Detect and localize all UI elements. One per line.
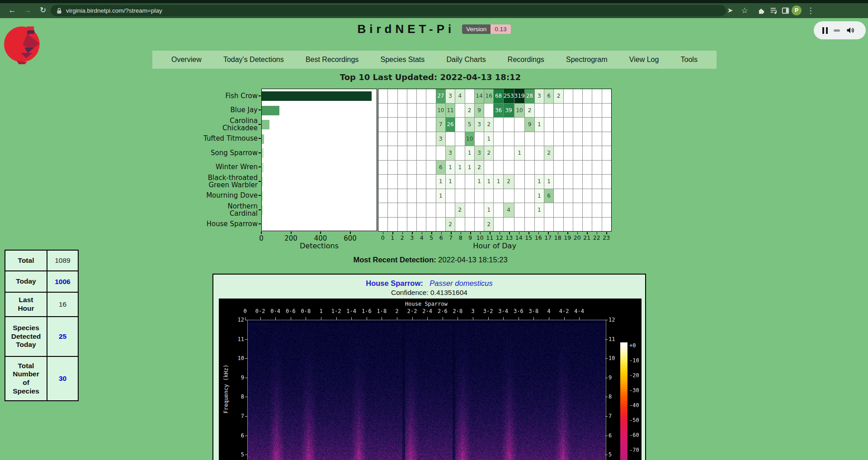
heat-x-tick [567,232,568,234]
bar-x-tick [320,232,321,234]
heatmap-cell: 11 [446,104,455,118]
heat-x-tick [490,232,491,234]
volume-icon[interactable] [846,26,855,35]
heatmap-cell [544,132,553,146]
heatmap-cell: 2 [525,104,534,118]
heatmap-cell [583,203,592,217]
heatmap-cell [417,175,426,189]
nav-item-daily-charts[interactable]: Daily Charts [447,56,486,64]
heatmap-cell: 1 [514,146,525,160]
heatmap-cell [564,203,573,217]
back-icon[interactable]: ← [6,5,18,16]
audio-player[interactable] [814,21,866,39]
detection-title: House Sparrow: Passer domesticus [213,279,645,288]
heatmap-cell [398,175,407,189]
spectro-x-tick [306,317,306,320]
nav-item-today-s-detections[interactable]: Today's Detections [223,56,284,64]
stats-value[interactable]: 30 [47,357,78,400]
detection-species[interactable]: House Sparrow: [366,279,423,287]
spectro-x-tick [533,317,534,320]
reload-icon[interactable]: ↻ [37,5,49,16]
heatmap-cell [554,146,563,160]
seek-slider[interactable] [834,29,840,32]
heatmap-cell [544,161,553,175]
heatmap-cell [494,132,503,146]
heatmap-cell [514,175,525,189]
stats-value[interactable]: 1006 [47,271,78,292]
stats-value[interactable]: 25 [47,317,78,356]
heatmap-cell [417,218,426,232]
colorbar-tick-label: -50 [629,417,645,423]
extensions-puzzle-icon[interactable] [755,5,767,16]
stats-row-today: Today1006 [5,271,78,293]
heatmap-cell [378,161,387,175]
heatmap-cell [573,132,582,146]
heatmap-cell [554,132,563,146]
detection-sci-name: Passer domesticus [429,279,492,287]
stats-label: Species Detected Today [5,317,47,356]
heatmap-cell [514,189,525,203]
heatmap-cell: 1 [535,203,544,217]
species-label-winter-wren: Winter Wren [176,163,258,171]
nav-item-recordings[interactable]: Recordings [508,56,544,64]
spectrogram-title: House Sparrow [247,301,605,307]
nav-item-overview[interactable]: Overview [171,56,202,64]
bookmark-star-icon[interactable]: ☆ [739,5,750,16]
species-label-carolina-chickadee: Carolina Chickadee [176,117,258,132]
detections-bar-plot [261,89,377,231]
heatmap-x-axis-label: Hour of Day [449,242,540,250]
heat-x-tick [412,232,413,234]
nav-item-spectrogram[interactable]: Spectrogram [566,56,608,64]
heatmap-cell: 10 [514,104,525,118]
nav-item-best-recordings[interactable]: Best Recordings [306,56,359,64]
spectro-y-tick-label-left: 9 [229,375,244,381]
heatmap-cell [407,118,416,132]
heat-x-tick [422,232,423,234]
profile-avatar[interactable]: P [792,5,802,15]
spectro-x-tick [519,317,519,320]
spectro-x-tick [412,317,413,320]
address-bar[interactable]: virginia.birdnetpi.com/?stream=play [51,5,726,16]
nav-item-species-stats[interactable]: Species Stats [380,56,425,64]
spectro-x-tick [275,317,276,320]
y-tick [259,223,261,224]
most-recent-detection: Most Recent Detection: 2022-04-13 18:15:… [0,256,861,264]
stats-label: Last Hour [5,293,47,316]
heatmap-cell: 1 [446,161,455,175]
spectro-x-tick [549,317,549,320]
y-tick [259,138,261,139]
heat-x-tick-label: 0 [378,234,388,241]
nav-item-tools[interactable]: Tools [681,56,698,64]
heat-x-tick [587,232,588,234]
heatmap-cell: 2 [544,146,553,160]
send-icon[interactable]: ➤ [724,5,736,16]
heatmap-cell [564,161,573,175]
heatmap-cell [583,104,592,118]
heatmap-cell: 6 [544,189,553,203]
spectro-y-tick [605,397,608,397]
heatmap-cell [525,203,534,217]
bar-x-tick-label: 200 [278,234,305,242]
playlist-icon[interactable] [768,5,779,16]
stats-row-species-detected-today: Species Detected Today25 [5,317,78,357]
heatmap-cell [564,89,573,103]
heat-x-tick [392,232,393,234]
heatmap-cell [583,89,592,103]
heatmap-cell [455,146,464,160]
nav-item-view-log[interactable]: View Log [629,56,659,64]
spectro-x-tick [260,317,261,320]
browser-menu-icon[interactable]: ⋮ [805,5,816,16]
heatmap-cell: 36 [494,104,503,118]
side-panel-icon[interactable] [779,5,791,16]
heatmap-cell [407,203,416,217]
heatmap-cell [398,118,407,132]
heatmap-cell [398,189,407,203]
heatmap-cell [602,189,611,203]
pause-icon[interactable] [822,27,828,34]
heat-x-tick [558,232,559,234]
heatmap-cell [388,218,397,232]
browser-toolbar: ← → ↻ virginia.birdnetpi.com/?stream=pla… [0,3,868,18]
spectro-y-tick [245,358,247,359]
species-label-house-sparrow: House Sparrow [176,220,258,228]
heatmap-cell [465,218,474,232]
